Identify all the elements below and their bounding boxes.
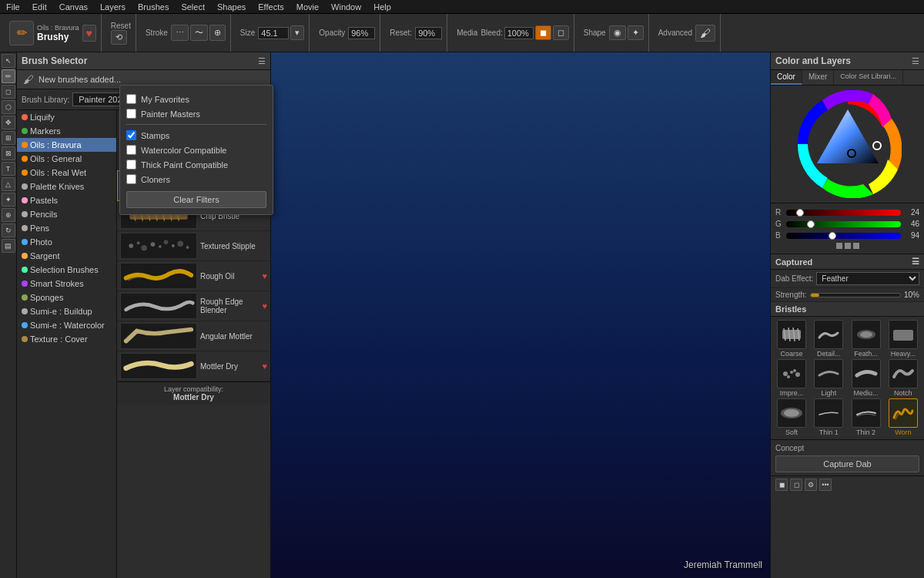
bristle-worn[interactable]: Worn xyxy=(886,398,921,436)
stroke-btn-2[interactable]: 〜 xyxy=(190,25,208,41)
filter-painter-masters[interactable]: Painter Masters xyxy=(126,106,266,121)
bristle-detail[interactable]: Detail... xyxy=(811,320,846,358)
color-wheel[interactable] xyxy=(794,90,902,198)
tool-transform[interactable]: ⊠ xyxy=(2,146,15,160)
category-liquify[interactable]: Liquify xyxy=(17,110,116,124)
stroke-btn-3[interactable]: ⊕ xyxy=(209,25,226,41)
filter-stamps-checkbox[interactable] xyxy=(126,130,136,140)
brush-item-mottler-dry[interactable]: Mottler Dry ♥ xyxy=(117,351,270,381)
category-smart-strokes[interactable]: Smart Strokes xyxy=(17,277,116,291)
category-texture-cover[interactable]: Texture : Cover xyxy=(17,332,116,346)
filter-cloners[interactable]: Cloners xyxy=(126,172,266,187)
brush-item-textured-stipple[interactable]: Textured Stipple xyxy=(117,231,270,261)
bristle-feather[interactable]: Feath... xyxy=(849,320,884,358)
advanced-btn[interactable]: 🖌 xyxy=(695,25,715,42)
category-sumi-e-watercolor[interactable]: Sumi-e : Watercolor xyxy=(17,318,116,332)
filter-cloners-checkbox[interactable] xyxy=(126,174,136,184)
menu-help[interactable]: Help xyxy=(370,2,394,12)
panel-menu-right[interactable]: ☰ xyxy=(912,56,919,66)
tool-arrow[interactable]: ↖ xyxy=(2,54,15,68)
brush-item-rough-oil[interactable]: Rough Oil ♥ xyxy=(117,261,270,291)
g-slider-track[interactable] xyxy=(786,221,901,227)
filter-my-favorites[interactable]: My Favorites xyxy=(126,92,266,106)
opacity-input[interactable] xyxy=(348,27,375,39)
panel-menu-icon[interactable]: ☰ xyxy=(258,56,266,66)
category-selection-brushes[interactable]: Selection Brushes xyxy=(17,263,116,277)
size-input[interactable] xyxy=(258,27,289,39)
captured-expand-icon[interactable]: ☰ xyxy=(912,257,919,267)
layer-icon-3[interactable]: ⚙ xyxy=(805,479,817,491)
category-pastels[interactable]: Pastels xyxy=(17,193,116,207)
menu-file[interactable]: File xyxy=(3,2,23,12)
favorite-button[interactable]: ♥ xyxy=(82,25,96,42)
category-oils-general[interactable]: Oils : General xyxy=(17,152,116,166)
bristle-impre[interactable]: Impre... xyxy=(774,359,809,397)
tool-brush[interactable]: ✏ xyxy=(2,69,15,83)
strength-slider[interactable] xyxy=(810,293,901,297)
menu-brushes[interactable]: Brushes xyxy=(135,2,172,12)
filter-stamps[interactable]: Stamps xyxy=(126,128,266,143)
brush-item-rough-edge-blender[interactable]: Rough Edge Blender ♥ xyxy=(117,291,270,321)
capture-dab-button[interactable]: Capture Dab xyxy=(775,455,919,472)
category-sumi-e-buildup[interactable]: Sumi-e : Buildup xyxy=(17,304,116,318)
size-dropdown[interactable]: ▾ xyxy=(290,25,304,40)
menu-window[interactable]: Window xyxy=(328,2,364,12)
menu-effects[interactable]: Effects xyxy=(255,2,286,12)
clear-filters-button[interactable]: Clear Filters xyxy=(126,191,266,208)
filter-favorites-checkbox[interactable] xyxy=(126,94,136,104)
stroke-btn-1[interactable]: ⋯ xyxy=(171,25,189,41)
category-markers[interactable]: Markers xyxy=(17,124,116,138)
tab-color-set[interactable]: Color Set Librari... xyxy=(834,70,903,85)
bristle-light[interactable]: Light xyxy=(811,359,846,397)
category-palette-knives[interactable]: Palette Knives xyxy=(17,180,116,193)
canvas-area[interactable]: Jeremiah Trammell xyxy=(271,52,770,578)
category-oils-real-wet[interactable]: Oils : Real Wet xyxy=(17,166,116,180)
category-photo[interactable]: Photo xyxy=(17,235,116,249)
color-dot-3[interactable] xyxy=(853,243,859,249)
bristle-heavy[interactable]: Heavy... xyxy=(886,320,921,358)
bristle-thin1[interactable]: Thin 1 xyxy=(811,398,846,436)
tool-fill[interactable]: ⬡ xyxy=(2,100,15,114)
bristle-thin2[interactable]: Thin 2 xyxy=(849,398,884,436)
bristle-coarse[interactable]: Coarse xyxy=(774,320,809,358)
tool-shape[interactable]: △ xyxy=(2,177,15,191)
category-sargent[interactable]: Sargent xyxy=(17,249,116,263)
tool-eyedropper[interactable]: ✦ xyxy=(2,193,15,207)
tool-magnifier[interactable]: ⊕ xyxy=(2,208,15,222)
filter-thick-paint-checkbox[interactable] xyxy=(126,160,136,170)
color-dot-1[interactable] xyxy=(836,243,842,249)
dab-effect-select[interactable]: Feather xyxy=(816,272,919,285)
media-btn-1[interactable]: ◼ xyxy=(535,25,551,40)
bristle-medium[interactable]: Mediu... xyxy=(849,359,884,397)
shape-btn-1[interactable]: ◉ xyxy=(609,25,626,40)
shape-btn-2[interactable]: ✦ xyxy=(628,25,644,40)
menu-edit[interactable]: Edit xyxy=(29,2,50,12)
filter-masters-checkbox[interactable] xyxy=(126,109,136,119)
menu-canvas[interactable]: Canvas xyxy=(56,2,91,12)
bristle-notch[interactable]: Notch xyxy=(886,359,921,397)
reset-pct-input[interactable] xyxy=(415,27,442,39)
color-dot-2[interactable] xyxy=(845,243,851,249)
filter-watercolor[interactable]: Watercolor Compatible xyxy=(126,143,266,157)
menu-movie[interactable]: Movie xyxy=(293,2,322,12)
tool-rotate[interactable]: ↻ xyxy=(2,223,15,237)
category-pencils[interactable]: Pencils xyxy=(17,207,116,221)
r-slider-track[interactable] xyxy=(786,210,901,216)
tab-color[interactable]: Color xyxy=(771,70,802,85)
menu-layers[interactable]: Layers xyxy=(97,2,129,12)
category-sponges[interactable]: Sponges xyxy=(17,291,116,304)
category-oils-bravura[interactable]: Oils : Bravura xyxy=(17,138,116,152)
menu-select[interactable]: Select xyxy=(178,2,208,12)
layer-icon-more[interactable]: ••• xyxy=(819,479,832,491)
reset-button[interactable]: ⟲ xyxy=(111,30,127,45)
category-pens[interactable]: Pens xyxy=(17,221,116,235)
bristle-soft[interactable]: Soft xyxy=(774,398,809,436)
tool-layer[interactable]: ▤ xyxy=(2,239,15,253)
tool-crop[interactable]: ⊞ xyxy=(2,131,15,145)
media-btn-2[interactable]: ◻ xyxy=(553,25,569,40)
tool-text[interactable]: T xyxy=(2,162,15,176)
filter-thick-paint[interactable]: Thick Paint Compatible xyxy=(126,157,266,172)
layer-icon-2[interactable]: ◻ xyxy=(790,479,802,491)
layer-icon-1[interactable]: ◼ xyxy=(775,479,788,491)
bleed-input[interactable] xyxy=(504,27,534,39)
